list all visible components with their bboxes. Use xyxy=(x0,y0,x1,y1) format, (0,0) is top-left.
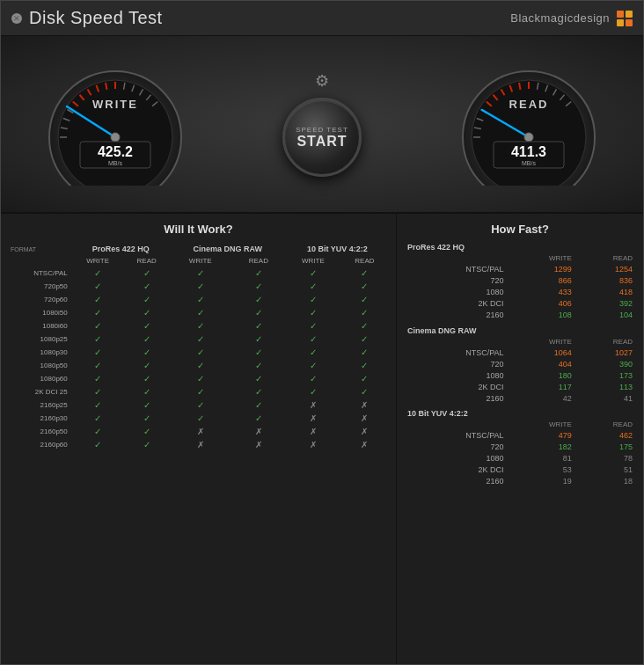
codec-row: Cinema DNG RAW xyxy=(404,321,636,337)
check-cell: ✓ xyxy=(170,412,231,425)
read-gauge-container: READ 411.3 MB/s xyxy=(441,62,617,186)
left-panel: Will It Work? FORMAT ProRes 422 HQ Cinem… xyxy=(1,214,397,664)
format-cell: 2160p60 xyxy=(8,438,72,451)
check-cell: ✓ xyxy=(286,372,340,385)
how-fast-row: 720 404 390 xyxy=(404,358,636,369)
how-fast-row: 2K DCI 117 113 xyxy=(404,381,636,392)
check-cell: ✓ xyxy=(124,293,170,306)
format-cell: 2160p50 xyxy=(8,425,72,438)
check-cell: ✓ xyxy=(170,306,231,319)
check-cell: ✓ xyxy=(340,319,389,332)
gauges-section: WRITE 425.2 MB/s ⚙ SPEED TEST START xyxy=(1,36,643,212)
table-row: 1080p60✓✓✓✓✓✓ xyxy=(8,372,389,385)
read-value: 1254 xyxy=(575,264,636,275)
write-value: 108 xyxy=(508,310,575,321)
codec-header-3: 10 Bit YUV 4:2:2 xyxy=(286,243,389,255)
check-cell: ✓ xyxy=(340,332,389,346)
check-cell: ✓ xyxy=(340,372,389,385)
svg-point-18 xyxy=(111,133,120,142)
check-cell: ✓ xyxy=(170,319,231,332)
table-row: NTSC/PAL✓✓✓✓✓✓ xyxy=(8,267,389,280)
svg-text:READ: READ xyxy=(509,98,549,111)
check-cell: ✓ xyxy=(72,425,124,438)
check-cell: ✓ xyxy=(124,332,170,346)
table-row: 2160p50✓✓✗✗✗✗ xyxy=(8,425,389,438)
check-cell: ✗ xyxy=(170,425,231,438)
how-fast-row: 720 866 836 xyxy=(404,275,636,287)
center-controls: ⚙ SPEED TEST START xyxy=(282,71,362,177)
titlebar-left: ✕ Disk Speed Test xyxy=(11,8,163,28)
how-fast-row: 1080 180 173 xyxy=(404,369,636,381)
yuv-read-hdr: READ xyxy=(340,255,389,267)
check-cell: ✓ xyxy=(170,385,231,398)
read-value: 1027 xyxy=(575,347,636,358)
check-cell: ✓ xyxy=(231,280,286,293)
table-row: 1080i60✓✓✓✓✓✓ xyxy=(8,319,389,332)
check-cell: ✓ xyxy=(170,398,231,412)
check-cell: ✓ xyxy=(72,438,124,451)
check-cell: ✓ xyxy=(286,385,340,398)
check-cell: ✓ xyxy=(340,280,389,293)
write-value: 479 xyxy=(508,430,575,442)
write-value: 19 xyxy=(508,476,575,487)
check-cell: ✗ xyxy=(340,438,389,451)
check-cell: ✓ xyxy=(72,280,124,293)
check-cell: ✗ xyxy=(286,438,340,451)
res-label: 2160 xyxy=(404,476,508,487)
svg-text:425.2: 425.2 xyxy=(98,144,133,159)
check-cell: ✓ xyxy=(340,346,389,359)
check-cell: ✓ xyxy=(72,346,124,359)
check-cell: ✓ xyxy=(286,332,340,346)
cdng-write-hdr: WRITE xyxy=(170,255,231,267)
read-value: 173 xyxy=(575,369,636,381)
check-cell: ✓ xyxy=(124,346,170,359)
start-button[interactable]: SPEED TEST START xyxy=(282,98,362,177)
col-header-row: WRITEREAD xyxy=(404,336,636,347)
brand-area: Blackmagicdesign xyxy=(510,11,633,26)
format-cell: 2K DCI 25 xyxy=(8,385,72,398)
svg-text:WRITE: WRITE xyxy=(92,98,138,111)
how-fast-row: 1080 433 418 xyxy=(404,287,636,298)
check-cell: ✓ xyxy=(124,412,170,425)
read-value: 418 xyxy=(575,287,636,298)
check-cell: ✓ xyxy=(124,372,170,385)
res-label: 2K DCI xyxy=(404,464,508,476)
close-button[interactable]: ✕ xyxy=(11,13,22,24)
codec-header-2: Cinema DNG RAW xyxy=(170,243,286,255)
read-value: 51 xyxy=(575,464,636,476)
format-cell: 1080p25 xyxy=(8,332,72,346)
check-cell: ✓ xyxy=(124,267,170,280)
check-cell: ✓ xyxy=(124,306,170,319)
write-gauge-container: WRITE 425.2 MB/s xyxy=(27,62,203,186)
check-cell: ✓ xyxy=(170,332,231,346)
check-cell: ✓ xyxy=(124,280,170,293)
how-fast-row: 2160 42 41 xyxy=(404,392,636,404)
table-row: 1080i50✓✓✓✓✓✓ xyxy=(8,306,389,319)
check-cell: ✓ xyxy=(231,372,286,385)
pres-write-hdr: WRITE xyxy=(72,255,124,267)
svg-point-41 xyxy=(524,133,533,142)
check-cell: ✓ xyxy=(124,398,170,412)
check-cell: ✓ xyxy=(124,359,170,372)
col-header-row: WRITEREAD xyxy=(404,420,636,430)
check-cell: ✓ xyxy=(170,346,231,359)
format-cell: 720p60 xyxy=(8,293,72,306)
cdng-read-hdr: READ xyxy=(231,255,286,267)
settings-icon[interactable]: ⚙ xyxy=(315,71,329,91)
format-cell: 1080i50 xyxy=(8,306,72,319)
check-cell: ✓ xyxy=(72,372,124,385)
check-cell: ✗ xyxy=(286,412,340,425)
check-cell: ✓ xyxy=(231,385,286,398)
format-col-header: FORMAT xyxy=(8,243,72,255)
codec-row: 10 Bit YUV 4:2:2 xyxy=(404,404,636,420)
how-fast-table: ProRes 422 HQWRITEREAD NTSC/PAL 1299 125… xyxy=(404,243,636,487)
how-fast-title: How Fast? xyxy=(404,223,636,236)
check-cell: ✓ xyxy=(340,267,389,280)
check-cell: ✓ xyxy=(72,267,124,280)
brand-sq-1 xyxy=(617,11,624,18)
format-cell: 720p50 xyxy=(8,280,72,293)
check-cell: ✓ xyxy=(231,412,286,425)
res-label: 720 xyxy=(404,442,508,453)
check-cell: ✓ xyxy=(340,359,389,372)
check-cell: ✓ xyxy=(170,267,231,280)
